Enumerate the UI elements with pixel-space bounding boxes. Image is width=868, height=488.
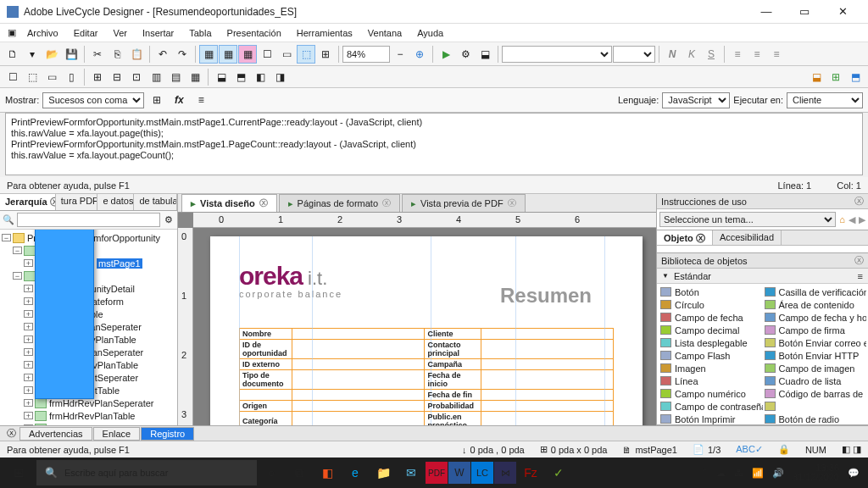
align-center-button[interactable]: ≡: [748, 45, 766, 64]
lib-item[interactable]: Campo de fecha: [659, 311, 763, 324]
form-table[interactable]: NombreClienteID de oportunidadContacto p…: [239, 328, 614, 425]
t2-r3[interactable]: ⬒: [846, 68, 865, 86]
bottom-tab[interactable]: Enlace: [93, 427, 141, 441]
lib-item[interactable]: Campo numérico: [659, 387, 763, 400]
tree-node[interactable]: +frmHdrRevPlanTable: [2, 409, 175, 422]
events-select[interactable]: Sucesos con comand: [42, 92, 144, 108]
clock[interactable]: 13:3631/12/2020: [793, 463, 839, 482]
t2-9[interactable]: ▤: [166, 68, 185, 86]
left-tab[interactable]: tura PDF: [56, 194, 98, 210]
script-editor[interactable]: PrintPreviewFormforOpportunity.mstMain.m…: [5, 113, 863, 175]
app3-icon[interactable]: 📁: [370, 459, 397, 486]
lib-item[interactable]: Imagen: [659, 362, 763, 374]
lib-item[interactable]: Campo decimal: [659, 324, 763, 336]
lib-item[interactable]: Círculo: [659, 298, 763, 311]
script-btn2[interactable]: fx: [170, 91, 188, 109]
t2-2[interactable]: ⬚: [23, 68, 42, 86]
page[interactable]: orekai.t. corporate balance Resumen Nomb…: [210, 236, 643, 425]
filter-icon[interactable]: ⚙: [162, 214, 175, 227]
left-tab[interactable]: de tabula: [134, 194, 177, 210]
tray-vol-icon[interactable]: 🔊: [772, 468, 784, 479]
new-dropdown[interactable]: ▾: [23, 45, 42, 64]
bold-button[interactable]: N: [663, 45, 682, 64]
grid2-button[interactable]: ▦: [219, 45, 237, 64]
category-label[interactable]: Estándar: [674, 271, 711, 281]
design-canvas[interactable]: orekai.t. corporate balance Resumen Nomb…: [193, 228, 656, 425]
open-button[interactable]: 📂: [42, 45, 61, 64]
home-icon[interactable]: ⌂: [839, 214, 845, 225]
cortana-icon[interactable]: ○: [258, 459, 285, 486]
preview-button[interactable]: ▶: [437, 45, 455, 64]
lib-item[interactable]: Botón: [659, 286, 763, 298]
t2-12[interactable]: ⬒: [231, 68, 250, 86]
t2-r2[interactable]: ⊞: [826, 68, 845, 86]
theme-select[interactable]: Seleccione un tema...: [659, 212, 836, 227]
hierarchy-tree[interactable]: −PrintPreviewFormforOpportunity −mstMain…: [0, 230, 177, 425]
underline-button[interactable]: S: [702, 45, 721, 64]
app5-icon[interactable]: PDF: [426, 462, 448, 484]
taskbar-search[interactable]: 🔍 Escribe aquí para buscar: [36, 460, 257, 485]
script-btn1[interactable]: ⊞: [147, 91, 166, 109]
font-select[interactable]: [502, 46, 612, 63]
tool-a-button[interactable]: ⚙: [456, 45, 475, 64]
undo-button[interactable]: ↶: [153, 45, 172, 64]
copy-button[interactable]: ⎘: [108, 45, 126, 64]
t2-14[interactable]: ◨: [270, 68, 289, 86]
menu-insertar[interactable]: Insertar: [136, 26, 181, 40]
tray-cloud-icon[interactable]: ☁: [716, 468, 726, 479]
script-btn3[interactable]: ≡: [192, 91, 210, 109]
tray-up-icon[interactable]: ˄: [703, 468, 708, 479]
lib-item[interactable]: [763, 400, 867, 413]
bottom-close-icon[interactable]: ⓧ: [3, 427, 19, 440]
lib-item[interactable]: Campo de fecha y hora: [763, 311, 867, 324]
zoom-input[interactable]: [342, 46, 390, 63]
taskbar[interactable]: ⊞ 🔍 Escribe aquí para buscar ○ ⧉ ◧ e 📁 ✉…: [0, 458, 868, 488]
run-select[interactable]: Cliente: [787, 92, 863, 108]
tool-b-button[interactable]: ⬓: [476, 45, 494, 64]
t2-r1[interactable]: ⬓: [807, 68, 826, 86]
lib-item[interactable]: Botón Enviar HTTP: [763, 349, 867, 362]
lib-close-icon[interactable]: ⓧ: [854, 254, 864, 267]
t2-7[interactable]: ⊡: [127, 68, 146, 86]
lib-item[interactable]: Área de contenido: [763, 298, 867, 311]
lib-item[interactable]: Campo Flash: [659, 349, 763, 362]
lib-item[interactable]: Campo de firma: [763, 324, 867, 336]
menu-ventana[interactable]: Ventana: [361, 26, 409, 40]
app2-icon[interactable]: e: [342, 459, 369, 486]
app6-icon[interactable]: W: [448, 462, 470, 484]
layout3-button[interactable]: ⬚: [297, 45, 315, 64]
grid1-button[interactable]: ▦: [199, 45, 218, 64]
bottom-tab[interactable]: Advertencias: [19, 427, 92, 441]
minimize-button[interactable]: —: [748, 2, 785, 22]
tray-net-icon[interactable]: 🖧: [734, 468, 743, 478]
cut-button[interactable]: ✂: [88, 45, 107, 64]
size-select[interactable]: [613, 46, 655, 63]
doc-tab[interactable]: ▸ Vista diseño ⓧ: [181, 194, 277, 212]
t2-5[interactable]: ⊞: [88, 68, 107, 86]
menu-presentación[interactable]: Presentación: [220, 26, 288, 40]
maximize-button[interactable]: ▭: [786, 2, 823, 22]
hierarchy-search[interactable]: [17, 213, 160, 227]
menu-herramientas[interactable]: Herramientas: [290, 26, 359, 40]
lib-item[interactable]: Campo de imagen: [763, 362, 867, 374]
grid3-button[interactable]: ▦: [238, 45, 257, 64]
menu-editar[interactable]: Editar: [67, 26, 105, 40]
menu-ayuda[interactable]: Ayuda: [410, 26, 450, 40]
app7-icon[interactable]: LC: [471, 462, 493, 484]
lib-item[interactable]: Lista desplegable: [659, 336, 763, 349]
menu-ver[interactable]: Ver: [106, 26, 134, 40]
t2-11[interactable]: ⬓: [212, 68, 231, 86]
taskview-icon[interactable]: ⧉: [286, 459, 313, 486]
app1-icon[interactable]: ◧: [314, 459, 341, 486]
italic-button[interactable]: K: [682, 45, 701, 64]
nav-fwd-icon[interactable]: ▶: [859, 214, 865, 225]
new-button[interactable]: 🗋: [3, 45, 22, 64]
tray-notif-icon[interactable]: 💬: [848, 468, 860, 479]
align-left-button[interactable]: ≡: [728, 45, 747, 64]
bottom-tab[interactable]: Registro: [141, 427, 194, 441]
menu-archivo[interactable]: Archivo: [20, 26, 65, 40]
t2-8[interactable]: ▥: [147, 68, 165, 86]
app4-icon[interactable]: ✉: [398, 459, 425, 486]
accessibility-tab[interactable]: Accesibilidad: [713, 230, 782, 245]
t2-10[interactable]: ▦: [186, 68, 204, 86]
